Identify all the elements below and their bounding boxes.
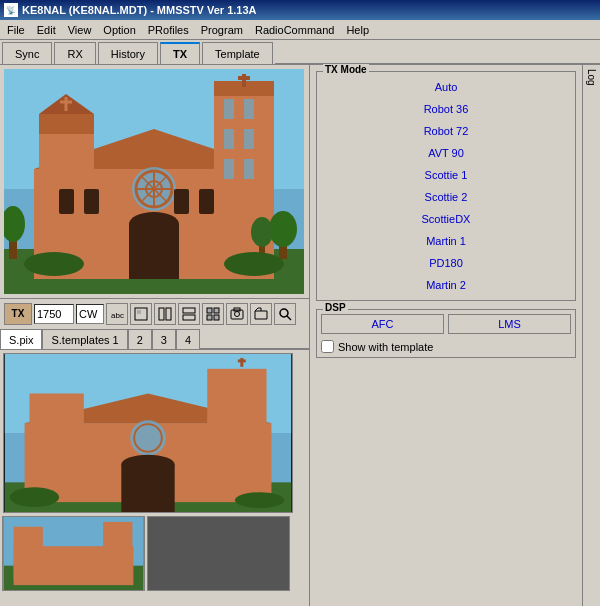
svg-text:abc: abc <box>111 311 124 320</box>
svg-line-56 <box>287 316 291 320</box>
tab-sync[interactable]: Sync <box>2 42 52 64</box>
bottom-images-area <box>0 350 309 606</box>
tx-mode-pd180[interactable]: PD180 <box>321 252 571 274</box>
title-bar: 📡 KE8NAL (KE8NAL.MDT) - MMSSTV Ver 1.13A <box>0 0 600 20</box>
menu-profiles[interactable]: PRofiles <box>143 23 194 37</box>
image1-button[interactable] <box>130 303 152 325</box>
tx-mode-robot36[interactable]: Robot 36 <box>321 98 571 120</box>
left-panel: TX abc <box>0 65 310 606</box>
frequency-input[interactable] <box>34 304 74 324</box>
log-label: Log <box>586 69 597 86</box>
svg-point-38 <box>251 217 273 247</box>
main-image-area <box>4 69 304 294</box>
svg-rect-13 <box>244 99 254 119</box>
tab-rx[interactable]: RX <box>54 42 95 64</box>
app-icon: 📡 <box>4 3 18 17</box>
svg-point-68 <box>10 487 59 507</box>
subtab-4[interactable]: 4 <box>176 329 200 349</box>
camera-button[interactable] <box>226 303 248 325</box>
show-template-row: Show with template <box>321 340 571 353</box>
svg-rect-30 <box>84 189 99 214</box>
menu-bar: File Edit View Option PRofiles Program R… <box>0 20 600 40</box>
svg-point-53 <box>235 311 240 316</box>
tx-mode-scottiedx[interactable]: ScottieDX <box>321 208 571 230</box>
svg-rect-76 <box>103 522 132 580</box>
tab-bar: Sync RX History TX Template <box>0 40 600 65</box>
svg-rect-47 <box>183 315 195 320</box>
tx-mode-scottie1[interactable]: Scottie 1 <box>321 164 571 186</box>
svg-rect-43 <box>137 310 141 314</box>
svg-point-69 <box>235 492 284 508</box>
dsp-group: DSP AFC LMS Show with template <box>316 309 576 358</box>
tab-template[interactable]: Template <box>202 42 273 64</box>
tx-mode-label: TX Mode <box>323 64 369 75</box>
subtab-stemplates1[interactable]: S.templates 1 <box>42 329 127 349</box>
image4-button[interactable] <box>202 303 224 325</box>
svg-point-28 <box>129 212 179 236</box>
abc-button[interactable]: abc <box>106 303 128 325</box>
menu-program[interactable]: Program <box>196 23 248 37</box>
thumbnail-2[interactable] <box>2 516 145 591</box>
lms-button[interactable]: LMS <box>448 314 571 334</box>
zoom-button[interactable] <box>274 303 296 325</box>
show-template-label: Show with template <box>338 341 433 353</box>
afc-button[interactable]: AFC <box>321 314 444 334</box>
log-area: Log <box>582 65 600 606</box>
tab-tx[interactable]: TX <box>160 42 200 64</box>
menu-file[interactable]: File <box>2 23 30 37</box>
svg-point-36 <box>269 211 297 247</box>
svg-rect-50 <box>207 315 212 320</box>
svg-rect-32 <box>199 189 214 214</box>
dsp-buttons: AFC LMS <box>321 314 571 334</box>
show-template-checkbox[interactable] <box>321 340 334 353</box>
svg-rect-46 <box>183 308 195 313</box>
tx-mode-scottie2[interactable]: Scottie 2 <box>321 186 571 208</box>
menu-option[interactable]: Option <box>98 23 140 37</box>
thumbnail-3[interactable] <box>147 516 290 591</box>
svg-rect-15 <box>244 129 254 149</box>
menu-edit[interactable]: Edit <box>32 23 61 37</box>
svg-rect-29 <box>59 189 74 214</box>
subtab-spix[interactable]: S.pix <box>0 329 42 349</box>
svg-point-67 <box>121 455 174 475</box>
tx-button[interactable]: TX <box>4 303 32 325</box>
svg-point-55 <box>280 309 288 317</box>
svg-rect-63 <box>207 369 266 478</box>
subtab-3[interactable]: 3 <box>152 329 176 349</box>
tx-mode-auto[interactable]: Auto <box>321 76 571 98</box>
subtab-bar: S.pix S.templates 1 2 3 4 <box>0 328 309 350</box>
main-content: TX abc <box>0 65 600 606</box>
title-text: KE8NAL (KE8NAL.MDT) - MMSSTV Ver 1.13A <box>22 4 596 16</box>
menu-radiocommand[interactable]: RadioCommand <box>250 23 339 37</box>
dsp-label: DSP <box>323 302 348 313</box>
svg-rect-75 <box>14 527 43 581</box>
tx-mode-avt90[interactable]: AVT 90 <box>321 142 571 164</box>
image2-button[interactable] <box>154 303 176 325</box>
tab-history[interactable]: History <box>98 42 158 64</box>
svg-rect-5 <box>39 129 94 244</box>
thumbnail-1[interactable] <box>3 353 293 513</box>
image3-button[interactable] <box>178 303 200 325</box>
svg-rect-44 <box>159 308 164 320</box>
mode-input[interactable] <box>76 304 104 324</box>
svg-rect-45 <box>166 308 171 320</box>
subtab-2[interactable]: 2 <box>128 329 152 349</box>
svg-rect-62 <box>30 394 84 483</box>
svg-point-40 <box>224 252 284 276</box>
svg-point-64 <box>130 420 166 456</box>
right-panel: TX Mode Auto Robot 36 Robot 72 AVT 90 Sc… <box>310 65 582 606</box>
tx-mode-martin1[interactable]: Martin 1 <box>321 230 571 252</box>
svg-rect-6 <box>39 114 94 134</box>
tx-mode-martin2[interactable]: Martin 2 <box>321 274 571 296</box>
svg-rect-17 <box>244 159 254 179</box>
folder-button[interactable] <box>250 303 272 325</box>
svg-rect-12 <box>224 99 234 119</box>
svg-rect-51 <box>214 315 219 320</box>
svg-rect-48 <box>207 308 212 313</box>
svg-rect-31 <box>174 189 189 214</box>
menu-view[interactable]: View <box>63 23 97 37</box>
tx-mode-group: TX Mode Auto Robot 36 Robot 72 AVT 90 Sc… <box>316 71 576 301</box>
menu-help[interactable]: Help <box>341 23 374 37</box>
tx-mode-robot72[interactable]: Robot 72 <box>321 120 571 142</box>
svg-point-39 <box>24 252 84 276</box>
